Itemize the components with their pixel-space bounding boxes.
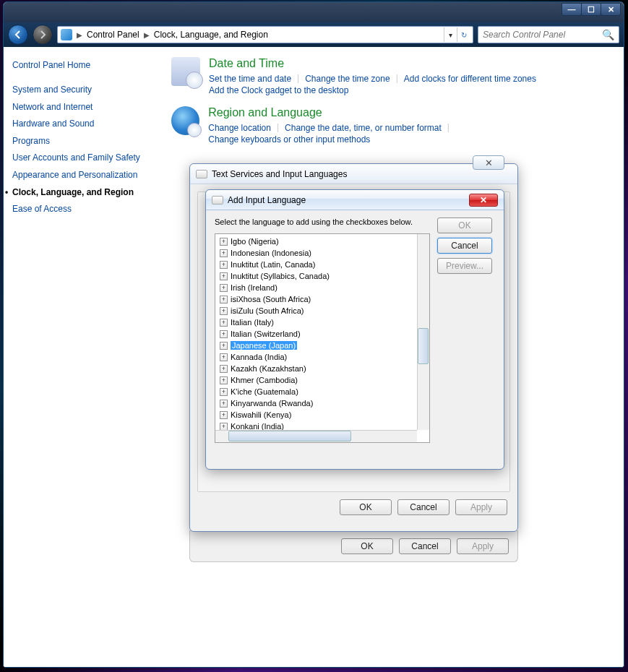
language-item[interactable]: +Khmer (Cambodia) xyxy=(215,374,429,386)
expand-icon[interactable]: + xyxy=(220,330,228,338)
search-box[interactable]: 🔍 xyxy=(478,26,619,43)
language-label: Kinyarwanda (Rwanda) xyxy=(231,399,313,408)
region-apply-button[interactable]: Apply xyxy=(457,538,509,554)
link-add-clocks[interactable]: Add clocks for different time zones xyxy=(404,73,536,85)
search-input[interactable] xyxy=(483,30,602,40)
expand-icon[interactable]: + xyxy=(220,284,228,292)
expand-icon[interactable]: + xyxy=(220,342,228,350)
language-item[interactable]: +Kannada (India) xyxy=(215,351,429,363)
expand-icon[interactable]: + xyxy=(220,296,228,303)
back-button[interactable] xyxy=(8,25,28,45)
region-language-icon xyxy=(171,106,199,135)
add-input-language-title: Add Input Language xyxy=(228,195,306,205)
language-item[interactable]: +Inuktitut (Latin, Canada) xyxy=(215,259,429,270)
link-change-location[interactable]: Change location xyxy=(208,122,271,134)
text-services-cancel-button[interactable]: Cancel xyxy=(397,499,450,515)
language-label: Kannada (India) xyxy=(231,353,287,361)
sidebar-item-ease-of-access[interactable]: Ease of Access xyxy=(12,201,148,218)
language-tree[interactable]: +Igbo (Nigeria)+Indonesian (Indonesia)+I… xyxy=(215,233,430,443)
expand-icon[interactable]: + xyxy=(220,272,228,280)
maximize-button[interactable]: ☐ xyxy=(581,3,601,16)
region-language-dialog-buttons: OK Cancel Apply xyxy=(189,530,518,562)
breadcrumb-clock-language-region[interactable]: Clock, Language, and Region xyxy=(154,30,268,40)
add-input-preview-button[interactable]: Preview... xyxy=(437,258,492,274)
chevron-right-icon[interactable]: ▶ xyxy=(144,31,150,39)
region-language-heading[interactable]: Region and Language xyxy=(208,106,609,119)
language-item[interactable]: +Japanese (Japan) xyxy=(215,340,429,351)
address-toolbar: ▶ Control Panel ▶ Clock, Language, and R… xyxy=(4,22,624,47)
date-time-icon xyxy=(171,57,200,86)
text-services-apply-button[interactable]: Apply xyxy=(455,499,507,515)
language-item[interactable]: +Italian (Italy) xyxy=(215,316,429,328)
language-item[interactable]: +K'iche (Guatemala) xyxy=(215,386,429,397)
link-set-time-date[interactable]: Set the time and date xyxy=(209,73,291,85)
language-item[interactable]: +Indonesian (Indonesia) xyxy=(215,247,429,259)
language-item[interactable]: +Kiswahili (Kenya) xyxy=(215,409,429,421)
expand-icon[interactable]: + xyxy=(220,353,228,361)
text-services-titlebar: Text Services and Input Languages xyxy=(190,164,517,184)
language-label: Kiswahili (Kenya) xyxy=(231,410,291,419)
breadcrumb-control-panel[interactable]: Control Panel xyxy=(87,30,139,40)
vertical-scrollbar[interactable] xyxy=(417,234,429,430)
sidebar: Control Panel Home System and Security N… xyxy=(4,47,157,667)
language-label: Italian (Italy) xyxy=(231,318,274,327)
chevron-right-icon[interactable]: ▶ xyxy=(77,31,82,39)
sidebar-item-programs[interactable]: Programs xyxy=(12,133,148,150)
expand-icon[interactable]: + xyxy=(220,400,228,408)
address-dropdown-button[interactable]: ▾ xyxy=(444,27,457,42)
expand-icon[interactable]: + xyxy=(220,307,228,315)
sidebar-item-clock-language-region[interactable]: Clock, Language, and Region xyxy=(12,184,148,202)
text-services-ok-button[interactable]: OK xyxy=(340,499,392,515)
language-label: Igbo (Nigeria) xyxy=(231,237,279,246)
link-change-keyboards[interactable]: Change keyboards or other input methods xyxy=(208,134,370,145)
add-input-ok-button[interactable]: OK xyxy=(437,217,492,233)
minimize-button[interactable]: — xyxy=(562,3,582,16)
expand-icon[interactable]: + xyxy=(220,319,228,327)
language-item[interactable]: +Igbo (Nigeria) xyxy=(215,236,429,247)
language-item[interactable]: +Inuktitut (Syllabics, Canada) xyxy=(215,270,429,282)
language-item[interactable]: +Irish (Ireland) xyxy=(215,282,429,293)
language-label: isiXhosa (South Africa) xyxy=(231,295,311,303)
link-change-time-zone[interactable]: Change the time zone xyxy=(305,73,390,85)
horizontal-scrollbar[interactable] xyxy=(215,430,417,442)
sidebar-home-link[interactable]: Control Panel Home xyxy=(12,60,148,70)
sidebar-item-hardware-sound[interactable]: Hardware and Sound xyxy=(12,116,148,133)
sidebar-item-system-security[interactable]: System and Security xyxy=(12,82,148,99)
expand-icon[interactable]: + xyxy=(220,238,228,246)
control-panel-icon xyxy=(61,29,72,40)
language-item[interactable]: +isiXhosa (South Africa) xyxy=(215,293,429,305)
sidebar-item-user-accounts[interactable]: User Accounts and Family Safety xyxy=(12,150,148,167)
expand-icon[interactable]: + xyxy=(220,376,228,384)
refresh-button[interactable]: ↻ xyxy=(457,27,470,42)
sidebar-item-network-internet[interactable]: Network and Internet xyxy=(12,99,148,116)
sidebar-item-appearance[interactable]: Appearance and Personalization xyxy=(12,167,148,184)
text-services-close-button[interactable]: ✕ xyxy=(473,155,504,170)
expand-icon[interactable]: + xyxy=(220,365,228,373)
date-time-heading[interactable]: Date and Time xyxy=(209,57,536,70)
expand-icon[interactable]: + xyxy=(220,411,228,419)
add-input-cancel-button[interactable]: Cancel xyxy=(437,238,492,254)
region-ok-button[interactable]: OK xyxy=(341,538,393,554)
language-item[interactable]: +Kazakh (Kazakhstan) xyxy=(215,363,429,374)
close-button[interactable]: ✕ xyxy=(601,3,621,16)
expand-icon[interactable]: + xyxy=(220,249,228,257)
language-label: Italian (Switzerland) xyxy=(231,329,301,338)
expand-icon[interactable]: + xyxy=(220,423,228,431)
horizontal-scrollbar-thumb[interactable] xyxy=(228,431,351,441)
search-icon[interactable]: 🔍 xyxy=(602,29,614,40)
expand-icon[interactable]: + xyxy=(220,388,228,396)
link-change-date-format[interactable]: Change the date, time, or number format xyxy=(285,122,442,134)
expand-icon[interactable]: + xyxy=(220,261,228,269)
vertical-scrollbar-thumb[interactable] xyxy=(418,328,429,364)
region-cancel-button[interactable]: Cancel xyxy=(399,538,451,554)
language-label: isiZulu (South Africa) xyxy=(231,306,304,315)
forward-button[interactable] xyxy=(33,25,53,45)
link-add-clock-gadget[interactable]: Add the Clock gadget to the desktop xyxy=(209,85,348,96)
add-input-language-titlebar: Add Input Language ✕ xyxy=(206,190,504,210)
language-item[interactable]: +Italian (Switzerland) xyxy=(215,328,429,340)
language-label: Inuktitut (Latin, Canada) xyxy=(231,260,315,269)
language-item[interactable]: +Kinyarwanda (Rwanda) xyxy=(215,397,429,409)
language-item[interactable]: +isiZulu (South Africa) xyxy=(215,305,429,316)
breadcrumb-bar[interactable]: ▶ Control Panel ▶ Clock, Language, and R… xyxy=(57,26,473,43)
add-input-language-close-button[interactable]: ✕ xyxy=(469,194,498,207)
